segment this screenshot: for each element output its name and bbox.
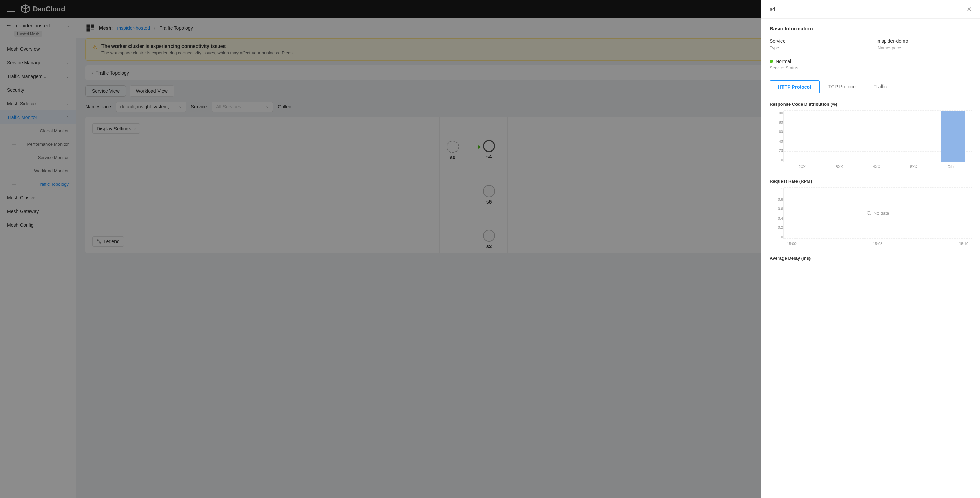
status-value: Normal: [776, 59, 791, 64]
close-button[interactable]: ✕: [967, 5, 972, 13]
response-code-chart: Response Code Distribution (%) 100806040…: [770, 102, 972, 169]
type-label: Type: [770, 45, 864, 50]
basic-info-heading: Basic Information: [770, 26, 972, 32]
request-rate-chart: Request Rate (RPM) 10.80.60.40.20 No dat…: [770, 179, 972, 246]
status-dot-icon: [770, 59, 773, 63]
bar: [941, 111, 965, 162]
search-icon: [866, 211, 872, 216]
no-data-message: No data: [866, 211, 889, 216]
tab-traffic[interactable]: Traffic: [865, 80, 895, 93]
drawer-overlay[interactable]: s4 ✕ Basic Information Service Type mspi…: [0, 0, 980, 498]
service-detail-drawer: s4 ✕ Basic Information Service Type mspi…: [761, 0, 980, 498]
namespace-value: mspider-demo: [878, 38, 972, 44]
average-delay-chart: Average Delay (ms): [770, 255, 972, 261]
tab-http-protocol[interactable]: HTTP Protocol: [770, 80, 820, 93]
namespace-label: Namespace: [878, 45, 972, 50]
svg-point-5: [867, 211, 870, 214]
drawer-title: s4: [770, 6, 775, 12]
status-label: Service Status: [770, 65, 864, 70]
tab-tcp-protocol[interactable]: TCP Protocol: [820, 80, 865, 93]
service-value: Service: [770, 38, 864, 44]
